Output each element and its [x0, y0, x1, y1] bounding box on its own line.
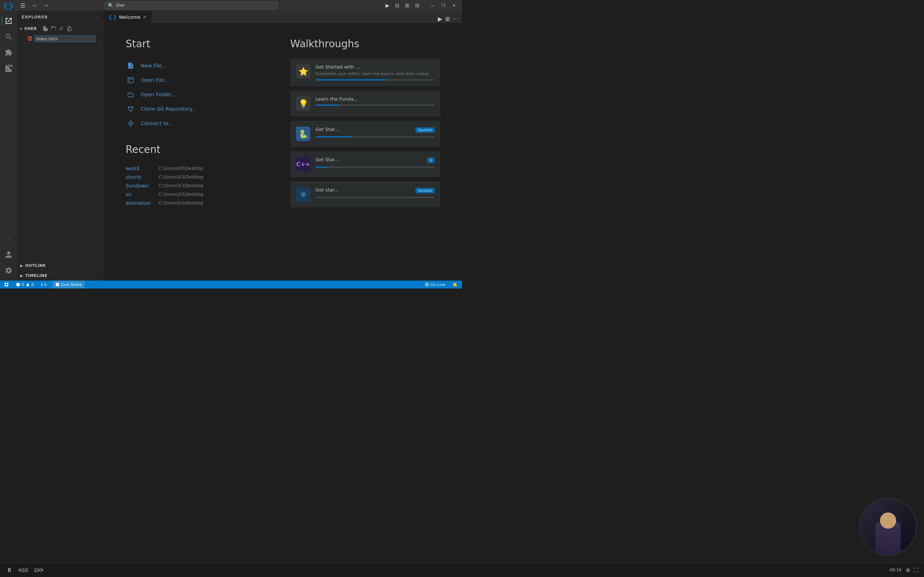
welcome-tab[interactable]: ❮❯ Welcome ✕	[104, 11, 152, 23]
walkthrough-desc-1: Customize your editor, learn the basics,…	[315, 71, 435, 76]
info-status[interactable]: ℹ 0	[40, 280, 48, 288]
recent-name-web3[interactable]: web3	[126, 166, 155, 171]
go-live-button[interactable]: Go Live	[423, 280, 447, 288]
recent-name-sundown[interactable]: Sundown	[126, 183, 155, 189]
start-title: Start	[126, 38, 276, 50]
walkthrough-card-get-started[interactable]: ⭐ Get Started with ... Customize your ed…	[290, 58, 440, 86]
recent-item-animation[interactable]: animation C:\Users\X3\Desktop	[126, 199, 276, 207]
welcome-page: Start New File... Open File...	[104, 23, 462, 280]
settings-activity-item[interactable]	[2, 263, 16, 278]
search-bar[interactable]: 🔍	[105, 2, 278, 10]
search-activity-item[interactable]	[2, 29, 16, 44]
open-folder-item[interactable]: Open Folder...	[126, 87, 276, 102]
open-folder-icon	[126, 89, 136, 100]
recent-name-animation[interactable]: animation	[126, 200, 155, 206]
split-layout-icon[interactable]: ⊞	[403, 2, 412, 9]
welcome-left-column: Start New File... Open File...	[126, 38, 276, 266]
nav-back-button[interactable]: ←	[31, 2, 40, 10]
more-actions-button[interactable]: ···	[452, 15, 459, 23]
timeline-section-header[interactable]: ▶ TIMELINE	[17, 271, 103, 280]
file-item-index[interactable]: ⓻	[17, 34, 103, 44]
walkthrough-card-python[interactable]: 🐍 Get Star... Update	[290, 121, 440, 147]
walkthrough-card-react[interactable]: ⚛ Get star... Update	[290, 181, 440, 207]
recent-item-sundown[interactable]: Sundown C:\Users\X3\Desktop	[126, 181, 276, 190]
live-share-button[interactable]: Live Share	[52, 280, 85, 288]
live-share-label: Live Share	[61, 282, 82, 287]
clone-git-label[interactable]: Clone Git Repository...	[141, 106, 197, 112]
update-badge-react[interactable]: Update	[415, 188, 435, 193]
warning-count: 0	[31, 282, 34, 287]
recent-path-sundown: C:\Users\X3\Desktop	[159, 183, 204, 188]
nav-forward-button[interactable]: →	[41, 2, 50, 10]
walkthrough-title-row-3: Get Star... Update	[315, 127, 435, 134]
sidebar-more-button[interactable]: ···	[93, 14, 99, 21]
folder-arrow-icon: ▾	[20, 27, 22, 31]
walkthrough-card-cpp[interactable]: C++ Get Star... U	[290, 151, 440, 177]
tab-close-button[interactable]: ✕	[142, 14, 147, 20]
explorer-activity-item[interactable]	[2, 14, 16, 28]
refresh-button[interactable]	[58, 25, 65, 32]
panels-icon[interactable]: ⊟	[413, 2, 422, 9]
connect-label[interactable]: Connect to...	[141, 121, 173, 126]
remote-indicator[interactable]	[3, 280, 10, 288]
settings-icon	[5, 266, 13, 274]
outline-arrow-icon: ▶	[20, 264, 23, 268]
new-folder-button[interactable]	[50, 25, 57, 32]
new-file-button[interactable]	[42, 25, 49, 32]
new-file-item[interactable]: New File...	[126, 58, 276, 73]
svg-point-8	[426, 284, 428, 285]
update-badge-cpp[interactable]: U	[427, 158, 435, 163]
titlebar: ❮❯ ☰ ← → 🔍 ▶ ⊟ ⊞ ⊟ — ❐ ✕	[0, 0, 462, 11]
menu-button[interactable]: ☰	[18, 2, 27, 10]
open-folder-label[interactable]: Open Folder...	[141, 92, 176, 97]
recent-item-shorts[interactable]: shorts C:\Users\X3\Desktop	[126, 173, 276, 181]
accounts-activity-item[interactable]	[2, 247, 16, 262]
extensions-activity-item[interactable]	[2, 45, 16, 60]
clone-git-item[interactable]: Clone Git Repository...	[126, 102, 276, 116]
git-activity-item[interactable]	[2, 61, 16, 76]
recent-item-sir[interactable]: sir C:\Users\X3\Desktop	[126, 190, 276, 199]
timeline-title: TIMELINE	[25, 273, 48, 278]
minimize-button[interactable]: —	[427, 2, 438, 9]
outline-section-header[interactable]: ▶ OUTLINE	[17, 260, 103, 271]
walkthrough-card-learn[interactable]: 💡 Learn the Funda...	[290, 90, 440, 116]
open-file-item[interactable]: Open File...	[126, 73, 276, 87]
recent-item-web3[interactable]: web3 C:\Users\X3\Desktop	[126, 164, 276, 173]
connect-to-item[interactable]: Connect to...	[126, 116, 276, 131]
run-play-button[interactable]: ▶	[437, 15, 443, 23]
search-input[interactable]	[116, 3, 275, 8]
info-count: 0	[44, 282, 47, 287]
walkthrough-title-row-4: Get Star... U	[315, 157, 435, 164]
new-file-label[interactable]: New File...	[141, 63, 167, 69]
bell-button[interactable]: 🔔	[451, 280, 459, 288]
layout-icon[interactable]: ⊟	[393, 2, 402, 9]
run-icon[interactable]: ▶	[383, 2, 392, 9]
errors-status[interactable]: 0 0	[15, 280, 36, 288]
svg-point-6	[16, 283, 20, 287]
recent-name-shorts[interactable]: shorts	[126, 174, 155, 180]
split-editor-button[interactable]: ⊞	[444, 15, 451, 23]
more-activity-item[interactable]: ···	[2, 232, 16, 246]
file-name-input[interactable]	[34, 35, 96, 42]
recent-path-animation: C:\Users\X3\Desktop	[159, 200, 204, 206]
recent-name-sir[interactable]: sir	[126, 192, 155, 197]
bell-icon: 🔔	[452, 282, 458, 287]
folder-header[interactable]: ▾ SHER	[17, 23, 103, 34]
walkthrough-progress-1	[315, 79, 435, 81]
explorer-icon	[5, 17, 13, 25]
maximize-button[interactable]: ❐	[438, 2, 448, 9]
tab-bar: ❮❯ Welcome ✕ ▶ ⊞ ···	[104, 11, 462, 23]
walkthrough-progress-2	[315, 105, 435, 106]
open-file-label[interactable]: Open File...	[141, 77, 169, 83]
window-controls: — ❐ ✕	[427, 2, 459, 9]
walkthrough-progress-bar-4	[315, 167, 327, 168]
walkthrough-title-3: Get Star...	[315, 127, 339, 132]
extensions-icon	[5, 49, 13, 56]
close-button[interactable]: ✕	[449, 2, 459, 9]
walkthrough-title-row-5: Get star... Update	[315, 187, 435, 194]
collapse-button[interactable]	[66, 25, 73, 32]
search-icon: 🔍	[108, 3, 114, 8]
walkthrough-text-5: Get star... Update	[315, 187, 435, 198]
timeline-arrow-icon: ▶	[20, 274, 23, 278]
update-badge-python[interactable]: Update	[415, 127, 435, 133]
